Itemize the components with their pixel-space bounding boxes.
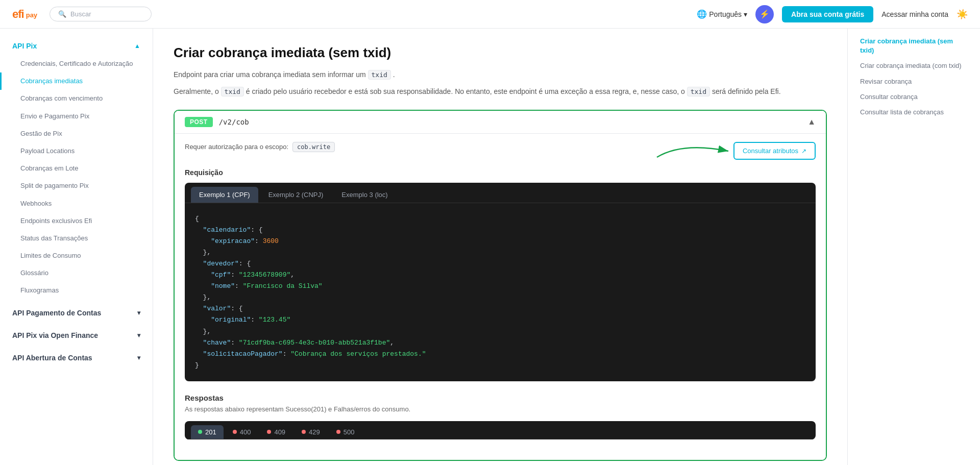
toc-item-consultar-lista[interactable]: Consultar lista de cobranças <box>860 108 968 117</box>
status-tab-201[interactable]: 201 <box>191 425 224 439</box>
responses-title: Respostas <box>185 394 816 402</box>
code-block: Exemplo 1 (CPF) Exemplo 2 (CNPJ) Exemplo… <box>185 183 816 381</box>
sidebar-item-credenciais[interactable]: Credenciais, Certificado e Autorização <box>0 55 153 72</box>
collapse-button[interactable]: ▲ <box>807 117 816 127</box>
sidebar-section-header-api-pix[interactable]: API Pix ▲ <box>0 37 153 55</box>
sidebar-item-status-transacoes[interactable]: Status das Transações <box>0 230 153 247</box>
dot-201 <box>198 430 202 434</box>
chevron-down-icon-abertura: ▾ <box>137 354 140 361</box>
layout: API Pix ▲ Credenciais, Certificado e Aut… <box>0 29 980 465</box>
sidebar-item-cobranças-vencimento[interactable]: Cobranças com vencimento <box>0 90 153 107</box>
code-txid-2: txid <box>221 87 244 96</box>
tab-exemplo-loc[interactable]: Exemplo 3 (loc) <box>333 187 396 203</box>
scope-prefix: Requer autorização para o escopo: <box>185 143 288 151</box>
consult-btn-label: Consultar atributos <box>743 147 798 155</box>
sidebar: API Pix ▲ Credenciais, Certificado e Aut… <box>0 29 153 465</box>
chevron-down-icon: ▾ <box>137 309 140 316</box>
api-block-right: ▲ <box>807 117 816 127</box>
language-button[interactable]: 🌐 Português ▾ <box>697 9 747 19</box>
sidebar-item-cobranças-lote[interactable]: Cobranças em Lote <box>0 160 153 177</box>
page-desc-2-start: Geralmente, o <box>174 87 221 95</box>
responses-section: Respostas As respostas abaixo representa… <box>185 394 816 439</box>
dot-500 <box>336 430 340 434</box>
chevron-down-icon-openfinance: ▾ <box>137 332 140 339</box>
status-tabs: 201 400 409 <box>185 421 816 439</box>
access-account-button[interactable]: Acessar minha conta <box>881 10 948 18</box>
page-title: Criar cobrança imediata (sem txid) <box>174 45 827 61</box>
table-of-contents: Criar cobrança imediata (sem txid) Criar… <box>847 29 980 465</box>
header-left: efi pay 🔍 Buscar <box>12 7 152 21</box>
search-placeholder: Buscar <box>70 10 91 18</box>
method-badge: POST <box>185 117 213 127</box>
consult-attributes-button[interactable]: Consultar atributos ↗ <box>733 142 816 160</box>
sidebar-item-payload-locations[interactable]: Payload Locations <box>0 142 153 160</box>
scope-badge: cob.write <box>292 142 335 152</box>
sidebar-item-limites-consumo[interactable]: Limites de Consumo <box>0 247 153 264</box>
toc-item-criar-com-txid[interactable]: Criar cobrança imediata (com txid) <box>860 61 968 70</box>
logo: efi pay <box>12 8 37 21</box>
sidebar-section-label-api-pix: API Pix <box>12 42 37 50</box>
discord-button[interactable]: ⚡ <box>755 5 774 23</box>
sidebar-item-cobranças-imediatas[interactable]: Cobranças imediatas <box>0 72 153 90</box>
status-tab-429[interactable]: 429 <box>295 425 327 439</box>
code-txid-1: txid <box>368 70 391 80</box>
page-desc-1-text: Endpoint para criar uma cobrança imediat… <box>174 70 368 79</box>
theme-toggle-button[interactable]: ☀️ <box>957 9 968 20</box>
search-icon: 🔍 <box>58 10 66 18</box>
sidebar-section-label-pagamento-contas: API Pagamento de Contas <box>12 309 101 317</box>
search-bar[interactable]: 🔍 Buscar <box>50 7 152 21</box>
discord-icon: ⚡ <box>760 9 770 19</box>
sidebar-item-fluxogramas[interactable]: Fluxogramas <box>0 282 153 299</box>
status-label-201: 201 <box>205 428 216 436</box>
sidebar-item-gestao-pix[interactable]: Gestão de Pix <box>0 125 153 142</box>
toc-item-consultar[interactable]: Consultar cobrança <box>860 92 968 102</box>
status-tab-409[interactable]: 409 <box>260 425 292 439</box>
api-path: /v2/cob <box>219 118 249 126</box>
api-block-header: POST /v2/cob ▲ <box>175 111 826 134</box>
chevron-down-icon: ▾ <box>744 10 747 18</box>
chevron-up-icon: ▲ <box>134 42 140 50</box>
status-tab-400[interactable]: 400 <box>226 425 258 439</box>
header-right: 🌐 Português ▾ ⚡ Abra sua conta grátis Ac… <box>697 5 968 23</box>
responses-code-block: 201 400 409 <box>185 421 816 439</box>
sidebar-item-glossario[interactable]: Glossário <box>0 264 153 282</box>
page-desc-2-middle: é criado pelo usuário recebedor e está s… <box>246 87 687 95</box>
external-link-icon: ↗ <box>801 148 806 155</box>
sidebar-section-header-abertura-contas[interactable]: API Abertura de Contas ▾ <box>0 349 153 367</box>
sidebar-item-webhooks[interactable]: Webhooks <box>0 195 153 212</box>
page-desc-2: Geralmente, o txid é criado pelo usuário… <box>174 86 827 97</box>
sidebar-item-endpoints-exclusivos[interactable]: Endpoints exclusivos Efi <box>0 212 153 230</box>
arrow-annotation <box>652 137 733 162</box>
sidebar-section-api-pix-open-finance: API Pix via Open Finance ▾ <box>0 326 153 345</box>
code-content: { "calendario": { "expiracao": 3600 }, "… <box>185 203 816 381</box>
dot-409 <box>267 430 271 434</box>
open-account-button[interactable]: Abra sua conta grátis <box>782 6 873 22</box>
requisicao-label: Requisição <box>185 168 816 177</box>
sidebar-item-split-pagamento[interactable]: Split de pagamento Pix <box>0 177 153 194</box>
status-label-409: 409 <box>274 428 285 436</box>
logo-efi-text: efi <box>12 8 24 21</box>
toc-item-criar-sem-txid[interactable]: Criar cobrança imediata (sem txid) <box>860 37 968 55</box>
main-content: Criar cobrança imediata (sem txid) Endpo… <box>153 29 847 465</box>
code-txid-3: txid <box>687 87 710 96</box>
sidebar-section-api-pix: API Pix ▲ Credenciais, Certificado e Aut… <box>0 37 153 300</box>
tab-exemplo-cpf[interactable]: Exemplo 1 (CPF) <box>191 187 258 203</box>
toc-item-revisar[interactable]: Revisar cobrança <box>860 77 968 86</box>
sidebar-section-api-pagamento-contas: API Pagamento de Contas ▾ <box>0 304 153 322</box>
status-label-429: 429 <box>309 428 320 436</box>
header: efi pay 🔍 Buscar 🌐 Português ▾ ⚡ Abra su… <box>0 0 980 29</box>
page-desc-1-end: . <box>393 70 395 79</box>
page-desc-2-end: será definido pela Efi. <box>712 87 781 95</box>
sidebar-section-header-pagamento-contas[interactable]: API Pagamento de Contas ▾ <box>0 304 153 322</box>
sidebar-section-header-pix-open-finance[interactable]: API Pix via Open Finance ▾ <box>0 326 153 345</box>
sidebar-item-envio-pagamento[interactable]: Envio e Pagamento Pix <box>0 108 153 125</box>
responses-desc: As respostas abaixo representam Sucesso(… <box>185 405 816 413</box>
sidebar-section-label-abertura-contas: API Abertura de Contas <box>12 354 92 362</box>
sidebar-section-label-pix-open-finance: API Pix via Open Finance <box>12 331 98 339</box>
consult-btn-container: Consultar atributos ↗ <box>733 142 816 160</box>
translate-icon: 🌐 <box>697 9 707 19</box>
logo-pay-text: pay <box>26 11 37 19</box>
language-label: Português <box>709 10 742 18</box>
tab-exemplo-cnpj[interactable]: Exemplo 2 (CNPJ) <box>260 187 332 203</box>
status-tab-500[interactable]: 500 <box>329 425 362 439</box>
